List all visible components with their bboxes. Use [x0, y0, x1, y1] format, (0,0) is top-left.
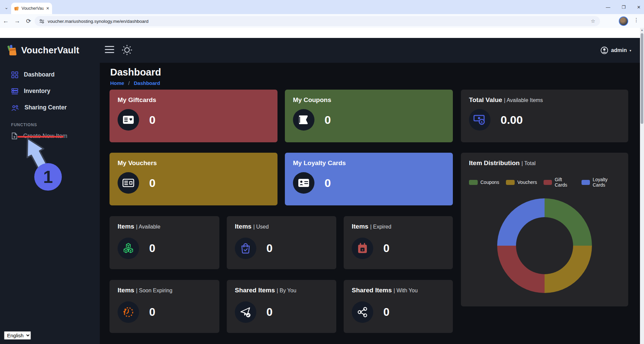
minimize-icon[interactable]: — [606, 5, 610, 10]
legend-swatch-coupons [469, 180, 478, 185]
user-icon [600, 46, 608, 54]
profile-avatar[interactable] [619, 16, 628, 26]
brand[interactable]: VoucherVault [7, 44, 79, 56]
reload-icon[interactable]: ⟳ [23, 17, 34, 25]
card-my-vouchers[interactable]: My Vouchers 0 [110, 153, 277, 205]
close-icon[interactable]: ✕ [637, 5, 641, 10]
legend-label: Coupons [480, 180, 499, 185]
legend-item-coupons[interactable]: Coupons [469, 177, 499, 188]
card-title: Items | Expired [352, 223, 445, 230]
legend-swatch-vouchers [506, 180, 515, 185]
card-my-giftcards[interactable]: My Giftcards 0 [110, 90, 277, 142]
giftcard-icon [118, 109, 139, 131]
legend-item-vouchers[interactable]: Vouchers [506, 177, 537, 188]
card-items-expired[interactable]: Items | Expired x 0 [344, 216, 453, 269]
inventory-icon [11, 88, 18, 95]
card-value: 0 [325, 177, 331, 190]
card-shared-items-by-you[interactable]: Shared Items | By You 0 [227, 280, 336, 333]
card-my-loyalty-cards[interactable]: My Loyalty Cards 0 [285, 153, 453, 205]
share-nodes-icon [352, 301, 373, 323]
card-my-coupons[interactable]: My Coupons 0 [285, 90, 453, 142]
site-settings-icon[interactable] [39, 19, 44, 24]
card-items-soon-expiring[interactable]: Items | Soon Expiring 0 [110, 280, 219, 333]
address-bar[interactable]: voucher.mariushosting.synology.me/en/das… [35, 16, 600, 26]
tab-close-icon[interactable]: ✕ [46, 6, 49, 11]
breadcrumb-current-link[interactable]: Dashboard [134, 80, 160, 86]
card-value: 0 [266, 242, 272, 255]
sidebar-item-label: Dashboard [24, 71, 54, 78]
svg-text:x: x [361, 248, 363, 251]
chart-legend: Coupons Vouchers Gift Cards Loyalty Card… [469, 177, 620, 188]
annotation-step-marker: 1 [18, 136, 76, 193]
user-caret-icon: ▾ [630, 49, 631, 52]
cubes-icon [118, 238, 139, 259]
browser-tab[interactable]: VoucherVault ✕ [11, 3, 52, 14]
sidebar: Dashboard Inventory Sharing Center FUNCT… [0, 63, 100, 344]
user-name: admin [611, 47, 627, 53]
legend-swatch-gift-cards [544, 180, 552, 185]
card-subtitle: | Total [521, 160, 535, 166]
main-content: Dashboard Home / Dashboard My Giftcards … [100, 63, 640, 344]
clock-icon [118, 301, 139, 323]
card-title: My Loyalty Cards [293, 159, 445, 167]
theme-toggle-icon[interactable] [121, 44, 133, 57]
card-title: Shared Items | With You [352, 287, 445, 294]
sidebar-item-label: Inventory [24, 88, 50, 95]
card-title: Items | Available [118, 223, 211, 230]
card-value: 0.00 [501, 113, 523, 127]
user-menu[interactable]: admin ▾ [600, 38, 631, 63]
language-select[interactable]: English [4, 331, 31, 340]
card-title: Item Distribution | Total [469, 159, 620, 167]
bookmark-star-icon[interactable]: ☆ [591, 18, 595, 24]
sidebar-item-inventory[interactable]: Inventory [0, 83, 100, 99]
sidebar-item-dashboard[interactable]: Dashboard [0, 66, 100, 83]
forward-icon[interactable]: → [11, 17, 23, 24]
card-subtitle: | Available Items [504, 97, 543, 103]
page-title: Dashboard [110, 67, 161, 78]
card-value: 0 [149, 306, 155, 318]
card-items-used[interactable]: Items | Used 0 [227, 216, 336, 269]
url-text[interactable]: voucher.mariushosting.synology.me/en/das… [48, 19, 588, 24]
card-total-value[interactable]: Total Value | Available Items $ 0.00 [461, 90, 628, 142]
legend-item-gift-cards[interactable]: Gift Cards [544, 177, 575, 188]
breadcrumb-separator: / [128, 80, 130, 86]
favicon-icon [14, 6, 19, 11]
donut-chart [497, 198, 592, 293]
tab-search-icon[interactable]: ⌄ [2, 3, 11, 11]
svg-text:$: $ [481, 120, 482, 124]
page-scrollbar[interactable]: ▲ [640, 28, 644, 344]
loyalty-card-icon [293, 172, 314, 194]
sidebar-toggle-icon[interactable] [105, 46, 114, 53]
card-value: 0 [149, 177, 156, 190]
donut-hole [516, 217, 573, 274]
card-value: 0 [149, 242, 155, 255]
paper-plane-check-icon [235, 301, 256, 323]
card-value: 0 [266, 306, 272, 318]
sidebar-item-sharing-center[interactable]: Sharing Center [0, 99, 100, 116]
legend-item-loyalty-cards[interactable]: Loyalty Cards [582, 177, 620, 188]
card-title: Total Value | Available Items [469, 96, 620, 104]
sidebar-section-functions: FUNCTIONS [11, 122, 100, 127]
sharing-center-icon [11, 104, 19, 111]
card-value: 0 [325, 113, 331, 127]
card-shared-items-with-you[interactable]: Shared Items | With You 0 [344, 280, 453, 333]
browser-menu-icon[interactable]: ⋮ [634, 17, 639, 23]
card-value: 0 [383, 306, 389, 318]
coupon-icon [293, 109, 314, 131]
card-items-available[interactable]: Items | Available 0 [110, 216, 219, 269]
card-title: My Coupons [293, 96, 445, 104]
card-title: Items | Soon Expiring [118, 287, 211, 294]
card-value: 0 [149, 113, 156, 127]
breadcrumb-home-link[interactable]: Home [110, 80, 124, 86]
scrollbar-up-icon[interactable]: ▲ [640, 29, 644, 32]
scrollbar-thumb[interactable] [641, 33, 643, 124]
bag-check-icon [235, 238, 256, 259]
card-title: Items | Used [235, 223, 328, 230]
card-item-distribution: Item Distribution | Total Coupons Vouche… [461, 153, 628, 306]
restore-icon[interactable]: ❐ [621, 5, 626, 10]
vouchervault-logo-icon [7, 44, 18, 56]
back-icon[interactable]: ← [0, 17, 11, 24]
legend-label: Gift Cards [555, 177, 575, 188]
page-top-strip [0, 28, 644, 38]
card-title: My Giftcards [118, 96, 269, 104]
